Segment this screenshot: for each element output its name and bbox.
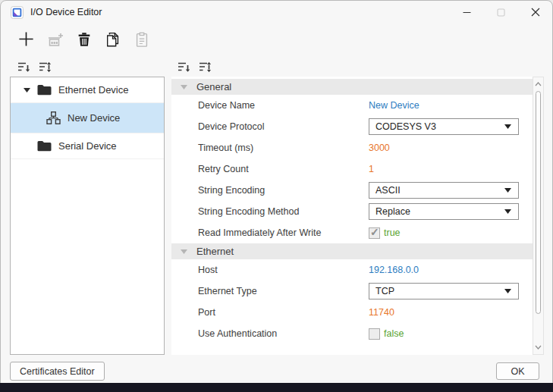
device-add-icon [46,30,64,49]
checkbox[interactable] [369,328,380,340]
property-row: Port 11740 [171,302,533,323]
app-logo-icon [11,6,24,19]
property-row: Retry Count 1 [171,158,533,180]
property-panel-toolbar [178,61,212,77]
close-icon [531,8,540,17]
property-row: Device Protocol CODESYS V3 [171,116,533,137]
property-dropdown[interactable]: TCP [369,283,519,299]
tree-item-label: New Device [68,112,120,124]
trash-icon [76,31,93,48]
property-label: Use Authentication [198,328,277,339]
delete-button[interactable] [73,28,95,50]
dropdown-value: TCP [375,286,504,296]
ok-button[interactable]: OK [496,362,539,380]
tree-panel-toolbar [17,61,52,77]
property-value-text[interactable]: New Device [369,100,419,111]
minimize-icon [463,8,471,17]
property-value-text[interactable]: 1 [369,164,374,174]
expand-all-icon[interactable] [39,61,52,77]
property-dropdown[interactable]: ASCII [369,182,519,199]
maximize-icon [497,8,505,17]
dropdown-value: Replace [375,206,504,217]
section-header[interactable]: General [171,79,533,95]
property-section: Ethernet Host 192.168.0.0 Ethernet Type … [171,243,533,344]
vertical-scrollbar[interactable] [533,77,544,355]
tree-item[interactable]: New Device [11,103,164,133]
checkbox[interactable] [369,227,380,239]
property-row: Host 192.168.0.0 [171,259,533,281]
tree-expand-arrow-icon[interactable] [24,88,30,93]
property-row: String Encoding ASCII [171,180,533,201]
property-row: Device Name New Device [171,95,533,116]
property-row: Read Immediately After Write true [171,222,533,243]
section-title: Ethernet [196,246,234,257]
section-title: General [196,81,231,93]
property-row: Use Authentication false [171,323,533,344]
property-label: Port [198,307,215,318]
chevron-down-icon [504,188,511,193]
section-rows: Host 192.168.0.0 Ethernet Type TCP Port … [171,259,533,344]
property-dropdown[interactable]: Replace [369,203,519,220]
tree-item-label: Ethernet Device [58,84,129,96]
window-title: I/O Device Editor [30,7,102,17]
property-label: Timeout (ms) [198,143,253,153]
section-collapse-icon[interactable] [181,85,187,89]
property-checkbox-wrap: false [369,323,404,344]
scroll-down-icon[interactable] [533,342,543,353]
section-rows: Device Name New Device Device Protocol C… [171,95,533,243]
section-collapse-icon[interactable] [181,249,187,254]
property-value-text[interactable]: 192.168.0.0 [369,265,419,275]
add-button[interactable] [15,28,37,50]
section-header[interactable]: Ethernet [171,243,533,259]
property-label: Device Protocol [198,121,265,132]
tree-item[interactable]: Ethernet Device [11,77,164,103]
folder-icon [37,84,52,96]
dropdown-value: CODESYS V3 [375,121,504,132]
folder-icon [37,140,52,152]
collapse-all-icon[interactable] [178,61,191,77]
main-toolbar [15,28,152,50]
network-device-icon [46,111,61,124]
property-label: String Encoding [198,185,265,196]
property-sections: General Device Name New Device Device Pr… [171,77,533,344]
property-value-text[interactable]: 11740 [369,307,394,318]
expand-all-icon[interactable] [199,61,212,77]
paste-icon [134,31,150,48]
property-label: Device Name [198,100,255,111]
titlebar: I/O Device Editor [1,1,552,24]
property-section: General Device Name New Device Device Pr… [171,79,533,243]
chevron-down-icon [504,124,511,129]
checkbox-value-label: false [384,328,404,339]
property-row: Ethernet Type TCP [171,281,533,302]
plus-icon [17,30,35,48]
copy-icon [105,31,121,48]
close-button[interactable] [518,1,552,24]
paste-button [130,28,152,50]
property-label: Retry Count [198,164,249,174]
tree-item[interactable]: Serial Device [11,133,164,159]
io-device-editor-window: I/O Device Editor [0,0,553,388]
property-row: Timeout (ms) 3000 [171,137,533,158]
minimize-button[interactable] [450,1,484,24]
dropdown-value: ASCII [375,185,504,196]
add-device-button [44,28,66,50]
property-value-text[interactable]: 3000 [369,143,390,153]
property-dropdown[interactable]: CODESYS V3 [369,118,519,135]
device-tree: Ethernet Device New Device [10,77,165,355]
certificates-editor-button[interactable]: Certificates Editor [10,362,105,381]
property-row: String Encoding Method Replace [171,201,533,222]
maximize-button[interactable] [484,1,518,24]
tree-item-label: Serial Device [58,140,117,152]
chevron-down-icon [504,289,511,293]
scrollbar-thumb[interactable] [536,91,541,314]
window-controls [450,1,552,24]
scroll-up-icon[interactable] [533,79,543,89]
property-checkbox-wrap: true [369,222,401,243]
property-grid: General Device Name New Device Device Pr… [171,77,533,355]
property-label: Host [198,265,218,275]
window-bottom-edge [0,383,553,392]
property-label: Ethernet Type [198,286,257,296]
collapse-all-icon[interactable] [17,61,31,77]
copy-button[interactable] [102,28,124,50]
checkbox-value-label: true [384,227,401,238]
